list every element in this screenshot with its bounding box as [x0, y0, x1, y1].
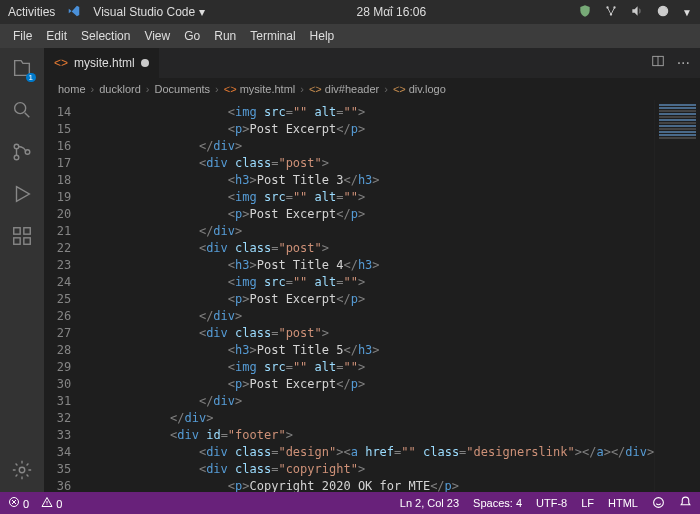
code-line[interactable]: <h3>Post Title 3</h3> [83, 172, 654, 189]
line-number: 25 [44, 291, 71, 308]
code-line[interactable]: <img src="" alt=""> [83, 189, 654, 206]
app-title[interactable]: Visual Studio Code ▾ [93, 5, 204, 19]
line-number: 23 [44, 257, 71, 274]
code-line[interactable]: <p>Post Excerpt</p> [83, 206, 654, 223]
html-file-icon: <> [54, 56, 68, 70]
breadcrumb-segment[interactable]: ducklord [99, 83, 141, 95]
explorer-icon[interactable]: 1 [10, 56, 34, 80]
source-control-icon[interactable] [10, 140, 34, 164]
html-element-icon: <> [393, 83, 406, 95]
menu-view[interactable]: View [137, 29, 177, 43]
breadcrumb-segment[interactable]: home [58, 83, 86, 95]
code-editor[interactable]: <img src="" alt=""> <p>Post Excerpt</p> … [83, 100, 654, 492]
line-number: 20 [44, 206, 71, 223]
line-number: 26 [44, 308, 71, 325]
power-icon[interactable] [656, 4, 670, 21]
html-file-icon: <> [224, 83, 237, 95]
svg-point-5 [14, 144, 19, 149]
code-line[interactable]: <h3>Post Title 4</h3> [83, 257, 654, 274]
code-line[interactable]: <p>Copyright 2020 OK for MTE</p> [83, 478, 654, 492]
language-mode[interactable]: HTML [608, 497, 638, 509]
errors-count[interactable]: 0 [8, 496, 29, 510]
vscode-app-icon [67, 4, 81, 21]
indent-setting[interactable]: Spaces: 4 [473, 497, 522, 509]
line-number: 17 [44, 155, 71, 172]
code-line[interactable]: </div> [83, 308, 654, 325]
menu-help[interactable]: Help [303, 29, 342, 43]
line-number: 15 [44, 121, 71, 138]
status-bar: 0 0 Ln 2, Col 23 Spaces: 4 UTF-8 LF HTML [0, 492, 700, 514]
breadcrumb-segment[interactable]: <>div.logo [393, 83, 446, 95]
editor-group: <> mysite.html ··· home›ducklord›Documen… [44, 48, 700, 492]
code-line[interactable]: <div class="design"><a href="" class="de… [83, 444, 654, 461]
menu-go[interactable]: Go [177, 29, 207, 43]
svg-point-4 [15, 103, 26, 114]
volume-icon[interactable] [630, 4, 644, 21]
settings-gear-icon[interactable] [10, 458, 34, 482]
shield-icon[interactable] [578, 4, 592, 21]
warnings-count[interactable]: 0 [41, 496, 62, 510]
chevron-down-icon[interactable]: ▼ [682, 7, 692, 18]
line-number: 19 [44, 189, 71, 206]
line-number: 27 [44, 325, 71, 342]
encoding[interactable]: UTF-8 [536, 497, 567, 509]
notifications-icon[interactable] [679, 496, 692, 511]
menu-terminal[interactable]: Terminal [243, 29, 302, 43]
eol[interactable]: LF [581, 497, 594, 509]
code-line[interactable]: <div class="post"> [83, 155, 654, 172]
code-line[interactable]: </div> [83, 223, 654, 240]
breadcrumb-segment[interactable]: <>mysite.html [224, 83, 295, 95]
svg-point-12 [19, 467, 25, 473]
minimap[interactable] [654, 100, 700, 492]
menu-file[interactable]: File [6, 29, 39, 43]
line-number: 28 [44, 342, 71, 359]
line-number: 14 [44, 104, 71, 121]
explorer-badge: 1 [26, 73, 36, 82]
breadcrumb[interactable]: home›ducklord›Documents›<>mysite.html›<>… [44, 78, 700, 100]
code-line[interactable]: <h3>Post Title 5</h3> [83, 342, 654, 359]
code-line[interactable]: <img src="" alt=""> [83, 359, 654, 376]
code-line[interactable]: <p>Post Excerpt</p> [83, 121, 654, 138]
code-line[interactable]: <div class="post"> [83, 240, 654, 257]
breadcrumb-segment[interactable]: <>div#header [309, 83, 379, 95]
code-line[interactable]: </div> [83, 138, 654, 155]
activity-bar: 1 [0, 48, 44, 492]
clock[interactable]: 28 Μαΐ 16:06 [205, 5, 579, 19]
code-line[interactable]: <img src="" alt=""> [83, 104, 654, 121]
menu-bar: FileEditSelectionViewGoRunTerminalHelp [0, 24, 700, 48]
split-editor-icon[interactable] [651, 54, 665, 72]
svg-point-15 [654, 497, 664, 507]
code-line[interactable]: <div class="copyright"> [83, 461, 654, 478]
code-line[interactable]: <img src="" alt=""> [83, 274, 654, 291]
line-number: 33 [44, 427, 71, 444]
code-line[interactable]: </div> [83, 410, 654, 427]
line-number: 36 [44, 478, 71, 492]
activities-button[interactable]: Activities [8, 5, 55, 19]
breadcrumb-segment[interactable]: Documents [154, 83, 210, 95]
cursor-position[interactable]: Ln 2, Col 23 [400, 497, 459, 509]
line-number: 31 [44, 393, 71, 410]
code-line[interactable]: <div id="footer"> [83, 427, 654, 444]
run-debug-icon[interactable] [10, 182, 34, 206]
extensions-icon[interactable] [10, 224, 34, 248]
line-number: 16 [44, 138, 71, 155]
feedback-icon[interactable] [652, 496, 665, 511]
line-number: 22 [44, 240, 71, 257]
network-icon[interactable] [604, 4, 618, 21]
menu-run[interactable]: Run [207, 29, 243, 43]
svg-point-6 [14, 155, 19, 160]
code-line[interactable]: </div> [83, 393, 654, 410]
line-number: 21 [44, 223, 71, 240]
code-line[interactable]: <p>Post Excerpt</p> [83, 291, 654, 308]
menu-selection[interactable]: Selection [74, 29, 137, 43]
line-number: 24 [44, 274, 71, 291]
line-number: 29 [44, 359, 71, 376]
search-icon[interactable] [10, 98, 34, 122]
line-number: 30 [44, 376, 71, 393]
more-actions-icon[interactable]: ··· [677, 54, 690, 72]
tab-mysite[interactable]: <> mysite.html [44, 48, 159, 78]
line-number: 18 [44, 172, 71, 189]
menu-edit[interactable]: Edit [39, 29, 74, 43]
code-line[interactable]: <div class="post"> [83, 325, 654, 342]
code-line[interactable]: <p>Post Excerpt</p> [83, 376, 654, 393]
